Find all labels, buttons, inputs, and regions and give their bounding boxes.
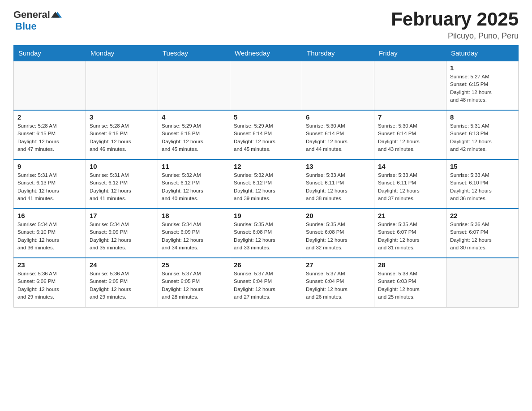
day-number: 23 [17,261,82,269]
calendar-cell: 22Sunrise: 5:36 AMSunset: 6:07 PMDayligh… [446,209,519,258]
calendar-cell [158,61,230,110]
day-info: Sunrise: 5:35 AMSunset: 6:08 PMDaylight:… [234,221,298,252]
day-number: 7 [378,113,442,121]
day-number: 8 [450,113,515,121]
weekday-header-wednesday: Wednesday [230,46,302,61]
day-number: 27 [306,261,370,269]
day-info: Sunrise: 5:37 AMSunset: 6:04 PMDaylight:… [306,270,370,301]
calendar-cell: 26Sunrise: 5:37 AMSunset: 6:04 PMDayligh… [230,258,302,307]
calendar-cell: 13Sunrise: 5:33 AMSunset: 6:11 PMDayligh… [302,159,374,209]
calendar-cell: 10Sunrise: 5:31 AMSunset: 6:12 PMDayligh… [86,159,158,209]
logo-icon [51,9,62,20]
calendar-cell: 21Sunrise: 5:35 AMSunset: 6:07 PMDayligh… [374,209,446,258]
day-info: Sunrise: 5:38 AMSunset: 6:03 PMDaylight:… [378,270,442,301]
calendar-cell: 18Sunrise: 5:34 AMSunset: 6:09 PMDayligh… [158,209,230,258]
day-info: Sunrise: 5:30 AMSunset: 6:14 PMDaylight:… [306,122,370,153]
day-number: 11 [162,163,226,170]
weekday-header-thursday: Thursday [302,46,374,61]
day-info: Sunrise: 5:28 AMSunset: 6:15 PMDaylight:… [17,122,82,153]
calendar-cell: 6Sunrise: 5:30 AMSunset: 6:14 PMDaylight… [302,110,374,159]
calendar-cell [14,61,86,110]
day-number: 3 [90,113,154,121]
day-number: 20 [306,212,370,219]
day-number: 14 [378,163,442,170]
day-info: Sunrise: 5:32 AMSunset: 6:12 PMDaylight:… [162,171,226,202]
day-info: Sunrise: 5:34 AMSunset: 6:09 PMDaylight:… [90,221,154,252]
calendar-cell: 11Sunrise: 5:32 AMSunset: 6:12 PMDayligh… [158,159,230,209]
calendar-week-row: 1Sunrise: 5:27 AMSunset: 6:15 PMDaylight… [14,61,519,110]
page-header: General Blue February 2025 Pilcuyo, Puno… [13,9,519,41]
weekday-header-sunday: Sunday [14,46,86,61]
calendar-week-row: 16Sunrise: 5:34 AMSunset: 6:10 PMDayligh… [14,209,519,258]
day-info: Sunrise: 5:35 AMSunset: 6:07 PMDaylight:… [378,221,442,252]
calendar-header-row: SundayMondayTuesdayWednesdayThursdayFrid… [14,46,519,61]
calendar-cell: 3Sunrise: 5:28 AMSunset: 6:15 PMDaylight… [86,110,158,159]
day-number: 28 [378,261,442,269]
logo: General Blue [13,9,62,32]
day-info: Sunrise: 5:32 AMSunset: 6:12 PMDaylight:… [234,171,298,202]
logo-blue: Blue [15,21,37,32]
day-info: Sunrise: 5:37 AMSunset: 6:05 PMDaylight:… [162,270,226,301]
calendar-table: SundayMondayTuesdayWednesdayThursdayFrid… [13,45,519,308]
day-info: Sunrise: 5:31 AMSunset: 6:12 PMDaylight:… [90,171,154,202]
day-info: Sunrise: 5:34 AMSunset: 6:10 PMDaylight:… [17,221,82,252]
calendar-cell: 17Sunrise: 5:34 AMSunset: 6:09 PMDayligh… [86,209,158,258]
day-info: Sunrise: 5:36 AMSunset: 6:05 PMDaylight:… [90,270,154,301]
location: Pilcuyo, Puno, Peru [391,31,519,41]
day-number: 24 [90,261,154,269]
calendar-cell: 4Sunrise: 5:29 AMSunset: 6:15 PMDaylight… [158,110,230,159]
day-info: Sunrise: 5:36 AMSunset: 6:06 PMDaylight:… [17,270,82,301]
day-info: Sunrise: 5:33 AMSunset: 6:11 PMDaylight:… [306,171,370,202]
day-number: 22 [450,212,515,219]
calendar-cell: 28Sunrise: 5:38 AMSunset: 6:03 PMDayligh… [374,258,446,307]
day-info: Sunrise: 5:36 AMSunset: 6:07 PMDaylight:… [450,221,515,252]
day-info: Sunrise: 5:27 AMSunset: 6:15 PMDaylight:… [450,73,515,104]
weekday-header-tuesday: Tuesday [158,46,230,61]
weekday-header-monday: Monday [86,46,158,61]
day-number: 4 [162,113,226,121]
calendar-cell: 23Sunrise: 5:36 AMSunset: 6:06 PMDayligh… [14,258,86,307]
calendar-cell: 14Sunrise: 5:33 AMSunset: 6:11 PMDayligh… [374,159,446,209]
day-info: Sunrise: 5:37 AMSunset: 6:04 PMDaylight:… [234,270,298,301]
day-number: 17 [90,212,154,219]
day-number: 25 [162,261,226,269]
calendar-cell: 7Sunrise: 5:30 AMSunset: 6:14 PMDaylight… [374,110,446,159]
day-number: 13 [306,163,370,170]
calendar-cell: 27Sunrise: 5:37 AMSunset: 6:04 PMDayligh… [302,258,374,307]
month-title: February 2025 [391,9,519,30]
calendar-cell: 19Sunrise: 5:35 AMSunset: 6:08 PMDayligh… [230,209,302,258]
day-number: 15 [450,163,515,170]
day-number: 21 [378,212,442,219]
calendar-week-row: 9Sunrise: 5:31 AMSunset: 6:13 PMDaylight… [14,159,519,209]
calendar-cell: 15Sunrise: 5:33 AMSunset: 6:10 PMDayligh… [446,159,519,209]
calendar-cell [446,258,519,307]
day-info: Sunrise: 5:33 AMSunset: 6:10 PMDaylight:… [450,171,515,202]
day-number: 12 [234,163,298,170]
day-info: Sunrise: 5:28 AMSunset: 6:15 PMDaylight:… [90,122,154,153]
day-number: 10 [90,163,154,170]
weekday-header-saturday: Saturday [446,46,519,61]
calendar-cell: 2Sunrise: 5:28 AMSunset: 6:15 PMDaylight… [14,110,86,159]
day-number: 16 [17,212,82,219]
calendar-cell: 8Sunrise: 5:31 AMSunset: 6:13 PMDaylight… [446,110,519,159]
day-info: Sunrise: 5:29 AMSunset: 6:14 PMDaylight:… [234,122,298,153]
calendar-cell: 5Sunrise: 5:29 AMSunset: 6:14 PMDaylight… [230,110,302,159]
calendar-cell [302,61,374,110]
day-number: 5 [234,113,298,121]
day-info: Sunrise: 5:35 AMSunset: 6:08 PMDaylight:… [306,221,370,252]
day-number: 19 [234,212,298,219]
calendar-cell [374,61,446,110]
day-number: 26 [234,261,298,269]
calendar-cell: 16Sunrise: 5:34 AMSunset: 6:10 PMDayligh… [14,209,86,258]
day-number: 1 [450,64,515,72]
weekday-header-friday: Friday [374,46,446,61]
calendar-cell: 24Sunrise: 5:36 AMSunset: 6:05 PMDayligh… [86,258,158,307]
calendar-cell: 9Sunrise: 5:31 AMSunset: 6:13 PMDaylight… [14,159,86,209]
calendar-week-row: 23Sunrise: 5:36 AMSunset: 6:06 PMDayligh… [14,258,519,307]
day-info: Sunrise: 5:30 AMSunset: 6:14 PMDaylight:… [378,122,442,153]
day-info: Sunrise: 5:33 AMSunset: 6:11 PMDaylight:… [378,171,442,202]
day-info: Sunrise: 5:31 AMSunset: 6:13 PMDaylight:… [17,171,82,202]
logo-general: General [13,9,50,21]
calendar-cell: 12Sunrise: 5:32 AMSunset: 6:12 PMDayligh… [230,159,302,209]
calendar-cell [230,61,302,110]
